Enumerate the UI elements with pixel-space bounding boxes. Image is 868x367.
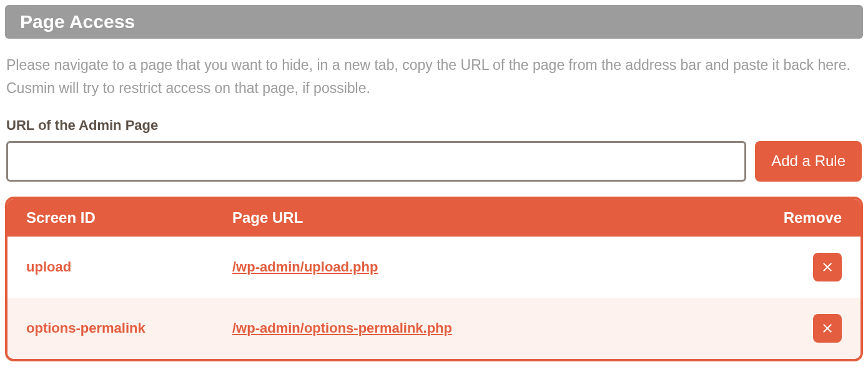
rules-table: Screen ID Page URL Remove upload /wp-adm…: [5, 197, 863, 361]
screen-id-cell: upload: [26, 259, 232, 275]
description-text: Please navigate to a page that you want …: [5, 54, 863, 100]
remove-button[interactable]: [813, 253, 842, 281]
table-row: upload /wp-admin/upload.php: [7, 237, 861, 298]
page-url-link[interactable]: /wp-admin/upload.php: [232, 259, 767, 275]
col-header-page-url: Page URL: [232, 209, 767, 227]
url-input-label: URL of the Admin Page: [5, 117, 863, 134]
col-header-screen-id: Screen ID: [26, 209, 232, 227]
add-rule-button[interactable]: Add a Rule: [755, 141, 862, 182]
page-url-link[interactable]: /wp-admin/options-permalink.php: [232, 320, 767, 336]
screen-id-cell: options-permalink: [26, 320, 232, 336]
form-row: Add a Rule: [5, 141, 863, 182]
panel-title: Page Access: [20, 11, 135, 32]
rules-table-header: Screen ID Page URL Remove: [7, 199, 861, 237]
table-row: options-permalink /wp-admin/options-perm…: [7, 298, 861, 359]
close-icon: [820, 321, 835, 336]
col-header-remove: Remove: [767, 209, 842, 227]
close-icon: [820, 260, 835, 275]
panel-header: Page Access: [5, 5, 863, 39]
remove-button[interactable]: [813, 314, 842, 343]
remove-cell: [767, 253, 842, 281]
rules-table-body: upload /wp-admin/upload.php options-perm…: [7, 237, 861, 359]
url-input[interactable]: [6, 141, 746, 182]
remove-cell: [767, 314, 842, 343]
